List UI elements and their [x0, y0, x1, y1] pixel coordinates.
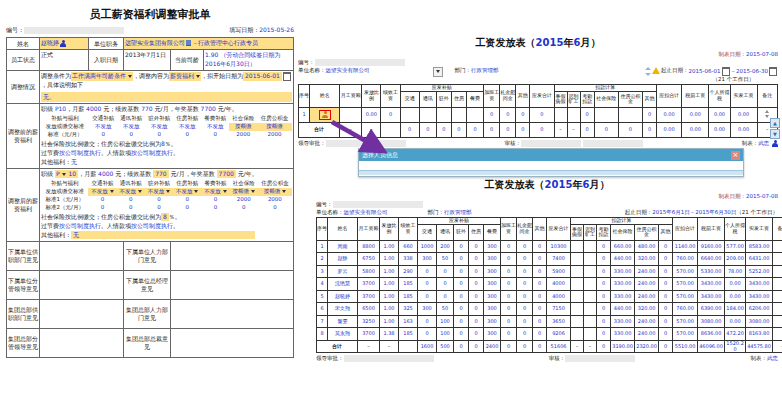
approve-input[interactable] [344, 355, 434, 362]
cell: 1.00 [380, 253, 399, 266]
subsidy-select[interactable]: 不发放 [117, 188, 145, 196]
cell [571, 315, 584, 328]
cell: 0 [454, 328, 469, 341]
after-bonus-input[interactable]: 7700 [217, 170, 236, 178]
sheet-no-input[interactable] [333, 201, 423, 208]
popup-titlebar[interactable]: 选择人员信息 × [359, 149, 743, 161]
position-field[interactable]: 远望实业集团有限公司－行政管理中心行政专员 [124, 38, 294, 50]
cell: 577.00 [725, 240, 746, 253]
cell: 0 [517, 240, 533, 253]
column-header: 社会保险 [611, 224, 635, 240]
calendar-icon[interactable] [722, 67, 730, 76]
column-header: 绩效工资 [381, 85, 400, 108]
cell: 50 [437, 303, 454, 316]
cell: 570.00 [673, 278, 698, 291]
si-rate-input[interactable]: 8 [161, 213, 169, 221]
column-header: 应发合计 [530, 85, 554, 108]
cell: 0 [597, 315, 611, 328]
unit-dropdown-button[interactable] [433, 67, 443, 77]
opinion-area[interactable] [40, 270, 124, 299]
review-input[interactable] [565, 355, 635, 362]
subsidy-select[interactable]: 不发放 [173, 188, 201, 196]
opinion-area[interactable] [40, 241, 124, 270]
opinion-area[interactable] [171, 299, 294, 328]
adjust-content-select[interactable]: 薪资福利 [169, 72, 201, 80]
opinion-label: 集团总部供职部门意见 [7, 299, 40, 328]
range-end-input[interactable]: 2015-06-30 [736, 68, 768, 74]
unit-select-value[interactable]: 远望实业有限公司 [326, 67, 370, 74]
person-picker-icon[interactable] [60, 40, 66, 47]
after-grade-num-input[interactable]: 10 [67, 170, 79, 178]
review-field: 审核： [549, 355, 636, 362]
subsidy-select[interactable]: 按额缴 [230, 188, 258, 196]
cell: 赵静 [328, 253, 358, 266]
cell: 300 [418, 303, 437, 316]
column-header: 住房 [451, 91, 466, 107]
range-start-input[interactable]: 2015-06-01 [689, 68, 721, 74]
column-header: 驻外 [454, 224, 469, 240]
start-date-input[interactable]: 2015-06-01 [243, 72, 282, 80]
after-other-input[interactable]: 无 [71, 231, 255, 239]
subsidy-select[interactable]: 按额缴 [258, 188, 292, 196]
cell: 300 [484, 278, 501, 291]
subsidy-select[interactable]: 不发放 [145, 188, 173, 196]
dept-value[interactable]: 行政管理部 [471, 67, 499, 74]
cell: 8 [317, 328, 328, 341]
cell: 0.00 [725, 315, 746, 328]
adjust-condition-select[interactable]: 工作满两年司龄条件 [71, 72, 133, 80]
cell: 0 [580, 122, 594, 137]
spinner-updown-icon[interactable] [645, 67, 651, 76]
opinion-label: 下属单位总经理意见 [124, 270, 171, 299]
cell: 0 [597, 240, 611, 253]
cell: 6431.00 [746, 253, 773, 266]
after-grade-select[interactable]: P [55, 170, 67, 178]
opinion-label: 集团总部人力部门意见 [124, 299, 171, 328]
hire-date-label: 入职日期 [89, 50, 124, 71]
opinion-area[interactable] [171, 270, 294, 299]
cell: 0 [643, 122, 657, 137]
form-no-input[interactable] [24, 27, 124, 34]
cell: 5900 [547, 265, 571, 278]
opinion-area[interactable] [40, 328, 124, 357]
after-perf-input[interactable]: 770 [153, 170, 168, 178]
vertical-scrollbar[interactable]: ▲▼ [770, 118, 779, 140]
scroll-up-icon[interactable]: ▲ [770, 118, 780, 128]
cell [436, 107, 451, 122]
opinion-area[interactable] [40, 299, 124, 328]
cell: 3700 [358, 278, 380, 291]
cell [584, 290, 597, 303]
popup-body [359, 161, 743, 170]
cell: 0 [517, 328, 533, 341]
scroll-down-icon[interactable]: ▼ [770, 129, 780, 139]
cell: 0 [533, 278, 547, 291]
adjust-content: 调整条件为工作满两年司龄条件，调整内容为薪资福利，拟开始日期为2015-06-0… [40, 71, 294, 104]
subsidy-row: 发放或缴交标准不发放不发放不发放不发放不发放按额缴按额缴 [41, 188, 292, 196]
subsidy-select[interactable]: 不发放 [201, 188, 229, 196]
person-icon[interactable] [772, 140, 778, 147]
subsidy-header: 住房补贴 [173, 180, 201, 188]
calendar-icon[interactable] [769, 67, 777, 76]
fill-date: 填写日期：2015-05-26 [229, 26, 294, 35]
name-field[interactable]: 赵晓婷 [40, 38, 89, 50]
spinner-icon[interactable] [764, 110, 770, 118]
popup-close-button[interactable]: × [731, 151, 740, 160]
cell: 0.00 [730, 107, 757, 122]
cell [571, 290, 584, 303]
calendar-icon[interactable] [283, 72, 291, 81]
cell: 周雨 [328, 240, 358, 253]
column-header: 加班工资 [501, 218, 517, 241]
cell: 0 [501, 253, 517, 266]
sheet-no-input[interactable] [315, 59, 405, 66]
subsidy-value: 不发放 [201, 123, 229, 131]
subsidy-select[interactable]: 不发放 [88, 188, 116, 196]
review-input[interactable] [521, 140, 581, 147]
cell: 330.00 [611, 278, 635, 291]
adjust-note-input[interactable]: 无。 [41, 92, 292, 102]
subsidy-value: 2000 [258, 196, 292, 204]
review-input[interactable] [583, 140, 643, 147]
maker-value: 武忠 [767, 355, 778, 361]
table-row: 5赵晓婷37001.00185000030000040000330.00240.… [317, 290, 782, 303]
opinion-area[interactable] [171, 241, 294, 270]
opinion-area[interactable] [171, 328, 294, 357]
cell [554, 107, 567, 122]
